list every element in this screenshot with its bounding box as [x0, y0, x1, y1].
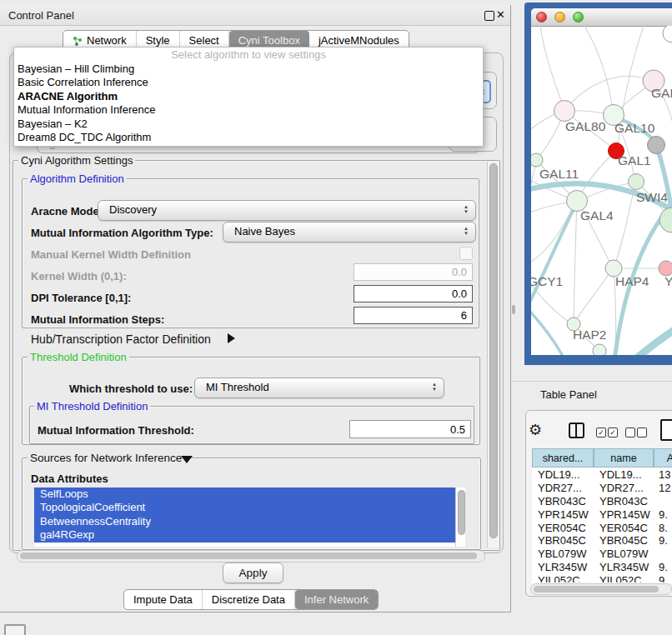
algorithm-option[interactable]: ARACNE Algorithm: [14, 90, 483, 103]
table-cell: 8.: [654, 522, 668, 534]
settings-scrollbar[interactable]: [487, 162, 499, 548]
data-attributes-list[interactable]: SelfLoopsTopologicalCoefficientBetweenne…: [34, 488, 464, 547]
table-cell: 9.: [654, 574, 668, 582]
aracne-mode-combobox[interactable]: Discovery ▲▼: [98, 200, 476, 221]
mi-algorithm-type-combobox[interactable]: Naive Bayes ▲▼: [223, 222, 476, 242]
table-row[interactable]: YLR345WYLR345W9.: [532, 561, 672, 574]
table-row[interactable]: YIL052CYIL052C9.: [532, 573, 672, 582]
table-rows[interactable]: YDL19...YDL19...13YDR27...YDR27...12YBR0…: [532, 468, 672, 582]
node-label: HAP2: [573, 328, 607, 342]
node-label: GAL80: [565, 119, 606, 133]
table-row[interactable]: YBL079WYBL079W: [532, 548, 672, 561]
window-title: Control Panel: [8, 9, 74, 22]
close-traffic-light-icon[interactable]: [536, 12, 547, 22]
tab-label: jActiveMNodules: [318, 34, 399, 47]
node-label: GAL: [651, 86, 672, 100]
unchecked-checkbox-icon[interactable]: [625, 428, 635, 438]
network-node[interactable]: [648, 137, 665, 154]
table-panel-title: Table Panel: [540, 388, 597, 401]
minimized-panel-icon[interactable]: [4, 624, 26, 635]
checked-checkbox-icon[interactable]: ✓: [608, 428, 618, 438]
tab-impute-data[interactable]: Impute Data: [124, 590, 203, 609]
sources-group-title[interactable]: Sources for Network Inference: [28, 452, 184, 464]
tab-infer-network[interactable]: Infer Network: [295, 590, 378, 609]
table-hscrollbar-thumb[interactable]: [534, 586, 659, 592]
table-cell: YLR345W: [594, 561, 654, 573]
node-label: GAL10: [614, 121, 655, 135]
table-cell: YPR145W: [594, 508, 654, 521]
network-graph[interactable]: GALGAL80GAL10GAL1SWI4GAL11GAL4GCY1HAP4YH…: [531, 26, 672, 355]
network-window-titlebar[interactable]: [531, 8, 672, 27]
settings-hscrollbar-thumb[interactable]: [20, 552, 477, 559]
network-node[interactable]: [663, 26, 672, 42]
algorithm-option[interactable]: Mutual Information Inference: [14, 103, 483, 117]
panel-divider: [511, 381, 672, 382]
table-row[interactable]: YPR145WYPR145W9.: [532, 508, 672, 521]
algorithm-option[interactable]: Bayesian – K2: [14, 118, 483, 131]
expand-arrow-icon[interactable]: [228, 333, 235, 343]
mi-threshold-group-title: MI Threshold Definition: [34, 400, 150, 412]
mi-threshold-field[interactable]: 0.5: [349, 420, 471, 438]
table-row[interactable]: YBR043CYBR043C: [532, 495, 672, 508]
table-cell: 9.: [654, 561, 668, 573]
attribute-item-selected[interactable]: BetweennessCentrality: [34, 515, 455, 528]
network-node-gal1[interactable]: [629, 174, 644, 190]
settings-hscrollbar[interactable]: [17, 550, 485, 562]
table-row[interactable]: YDR27...YDR27...12: [532, 482, 672, 495]
attribute-item-selected[interactable]: SelfLoops: [34, 488, 455, 501]
network-node-swi4[interactable]: [659, 208, 672, 232]
table-row[interactable]: YBR045CYBR045C9.: [532, 534, 672, 548]
split-pane-icon[interactable]: [569, 422, 584, 438]
stepper-icon: ▲▼: [432, 382, 437, 392]
algorithm-option[interactable]: Basic Correlation Inference: [14, 76, 483, 89]
checked-checkbox-icon[interactable]: ✓: [596, 428, 606, 438]
splitter-handle[interactable]: [512, 305, 515, 314]
algorithm-definition-title: Algorithm Definition: [28, 172, 127, 185]
node-label: GCY1: [531, 274, 563, 288]
node-label: HAP4: [615, 274, 649, 288]
column-header-shared[interactable]: shared...: [532, 448, 594, 468]
table-cell: 9.: [654, 508, 668, 521]
attributes-scrollbar-thumb[interactable]: [458, 490, 465, 535]
close-icon[interactable]: ✕: [496, 8, 505, 21]
network-node-gal80[interactable]: [554, 101, 575, 122]
hub-definition-label[interactable]: Hub/Transcription Factor Definition: [31, 332, 211, 346]
collapse-arrow-icon[interactable]: [181, 456, 193, 463]
column-header-name[interactable]: name: [594, 448, 654, 468]
gear-icon[interactable]: ⚙: [529, 421, 542, 439]
algorithm-option[interactable]: Dream8 DC_TDC Algorithm: [14, 131, 483, 144]
table-cell: YBR045C: [532, 534, 594, 547]
kernel-width-field[interactable]: 0.0: [354, 263, 473, 281]
tab-label: Select: [189, 34, 219, 47]
tab-discretize-data[interactable]: Discretize Data: [203, 590, 295, 609]
manual-kernel-width-checkbox[interactable]: [459, 247, 473, 260]
table-row[interactable]: YER054CYER054C8.: [532, 521, 672, 534]
attribute-item-selected[interactable]: gal4RGexp: [34, 528, 455, 542]
dpi-tolerance-field[interactable]: 0.0: [354, 285, 473, 302]
float-window-icon[interactable]: [484, 11, 494, 21]
table-cell: YDL19...: [532, 468, 594, 481]
mi-steps-field[interactable]: 6: [354, 307, 473, 324]
zoom-traffic-light-icon[interactable]: [573, 12, 584, 22]
table-hscrollbar[interactable]: [530, 583, 672, 595]
which-threshold-label: Which threshold to use:: [69, 382, 193, 395]
network-node-gal11[interactable]: [531, 153, 543, 167]
unchecked-checkbox-icon[interactable]: [637, 428, 647, 438]
which-threshold-combobox[interactable]: MI Threshold ▲▼: [194, 378, 444, 398]
network-node[interactable]: [593, 344, 606, 355]
table-cell: YIL052C: [532, 574, 594, 582]
document-icon[interactable]: [660, 419, 672, 441]
control-panel-titlebar[interactable]: [0, 5, 510, 26]
algorithm-option[interactable]: Bayesian – Hill Climbing: [14, 62, 483, 76]
apply-button[interactable]: Apply: [223, 562, 283, 583]
table-row[interactable]: YDL19...YDL19...13: [532, 468, 672, 482]
column-header-partial[interactable]: A: [654, 448, 672, 468]
minimize-traffic-light-icon[interactable]: [554, 12, 565, 22]
table-cell: YBR043C: [532, 495, 594, 508]
settings-scrollbar-thumb[interactable]: [489, 163, 498, 538]
attribute-item-selected[interactable]: TopologicalCoefficient: [34, 501, 455, 514]
attributes-scrollbar[interactable]: [455, 488, 465, 547]
node-labels: GALGAL80GAL10GAL1SWI4GAL11GAL4GCY1HAP4YH…: [531, 86, 672, 342]
tab-label: Infer Network: [304, 593, 369, 606]
mi-steps-label: Mutual Information Steps:: [31, 313, 164, 326]
